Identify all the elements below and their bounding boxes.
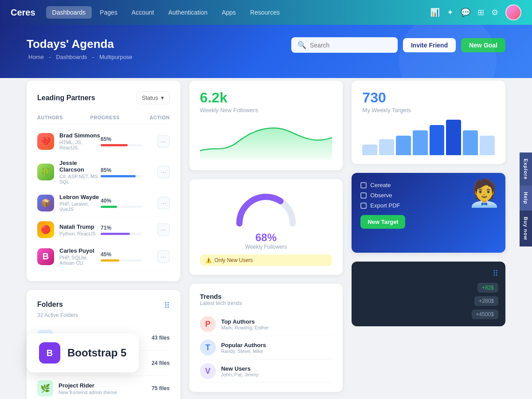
- gauge-percent: 68%: [255, 231, 277, 244]
- partner-avatar-2: 🍀: [37, 164, 54, 180]
- extra-badge-2: +280$: [474, 296, 498, 306]
- partner-avatar-3: 📦: [37, 195, 54, 211]
- search-bar[interactable]: 🔍: [291, 37, 398, 53]
- trends-card: Trends Latest tech trends P Top Authors …: [189, 284, 343, 392]
- partner-action-btn-3[interactable]: ···: [157, 197, 170, 209]
- bar-7: [463, 130, 478, 155]
- breadcrumb-dashboards: Dashboards: [56, 54, 87, 60]
- apps-grid-icon[interactable]: ⊞: [477, 8, 484, 17]
- breadcrumb: Home - Dashboards - Multipurpose: [27, 54, 505, 60]
- new-goal-button[interactable]: New Goal: [461, 38, 505, 52]
- partner-name-2: Jessie Clarcson: [59, 160, 101, 173]
- folders-title: Folders: [37, 301, 63, 309]
- nav-item-account[interactable]: Account: [125, 6, 160, 19]
- bar-5: [430, 125, 445, 155]
- page-title: Todays' Agenda: [27, 37, 505, 51]
- nav-item-dashboards[interactable]: Dashboards: [46, 6, 92, 19]
- trend-icon-2: T: [200, 340, 216, 356]
- partner-action-btn-2[interactable]: ···: [157, 166, 170, 178]
- side-tab-buy-now[interactable]: Buy now: [520, 211, 532, 246]
- nav-item-pages[interactable]: Pages: [94, 6, 124, 19]
- trend-row-1: P Top Authors Mark, Rowling, Esther: [200, 313, 332, 336]
- extra-badge-3: +4500$: [472, 309, 498, 319]
- th-progress: PROGRESS: [90, 115, 143, 120]
- gauge-wrapper: 68% Weekly Followers ⚠️ Only New Users: [200, 188, 332, 266]
- extra-badge-1: +82$: [477, 283, 498, 293]
- leading-partners-title: Leading Partners: [37, 94, 95, 102]
- partner-name-5: Carles Puyol: [59, 247, 101, 254]
- gauge-label: Weekly Followers: [245, 244, 287, 250]
- target-number: 730: [362, 90, 495, 106]
- card-header: Leading Partners Status ▾: [37, 91, 170, 104]
- side-tab-help[interactable]: Help: [520, 186, 532, 211]
- nav-item-apps[interactable]: Apps: [215, 6, 242, 19]
- folders-header: Folders ⠿: [37, 301, 170, 310]
- nav-item-resources[interactable]: Resources: [244, 6, 286, 19]
- extra-item-3: +4500$: [359, 309, 498, 319]
- nav-icons: 📊 ✦ 💬 ⊞ ⚙: [430, 4, 521, 20]
- partner-action-btn-4[interactable]: ···: [157, 223, 170, 236]
- partner-skills-1: HTML, JS, ReactJS: [59, 140, 101, 150]
- partner-row: 📦 Lebron Wayde PHP, Laravel, VueJS 40% ·…: [37, 189, 170, 217]
- cta-label-3: Export PDF: [370, 202, 400, 209]
- sparkle-icon[interactable]: ✦: [447, 8, 454, 17]
- partner-avatar-4: 🔴: [37, 221, 54, 238]
- cta-label-1: Cereate: [370, 182, 391, 188]
- cta-illustration: 🧑‍💼: [468, 177, 501, 209]
- weekly-followers-card: 6.2k Weekly New Followers: [189, 81, 343, 170]
- side-tabs: Explore Help Buy now: [520, 153, 532, 246]
- trend-authors-3: John, Pat, Jimmy: [221, 372, 332, 377]
- bootstrap-overlay: B Bootstrap 5: [27, 333, 139, 372]
- leading-partners-card: Leading Partners Status ▾ AUTHORS PROGRE…: [27, 81, 180, 281]
- partner-progress-4: 71%: [101, 225, 149, 235]
- partner-avatar-1: ❤️: [37, 133, 54, 150]
- folders-dots-icon[interactable]: ⠿: [164, 301, 170, 310]
- weekly-followers-label: Weekly New Followers: [200, 107, 332, 113]
- nav-item-authentication[interactable]: Authentication: [162, 6, 214, 19]
- partner-skills-5: PHP, SQLite, Artisan CLI: [59, 255, 101, 266]
- partner-action-btn-1[interactable]: ···: [157, 135, 170, 148]
- cta-checkbox-2[interactable]: [360, 192, 367, 199]
- search-input[interactable]: [310, 42, 391, 49]
- weekly-targets-card: 730 My Weekly Targets: [352, 81, 505, 164]
- partner-info-2: Jessie Clarcson C#, ASP.NET, MS SQL: [59, 160, 101, 184]
- settings-icon[interactable]: ⚙: [491, 8, 498, 17]
- chat-icon[interactable]: 💬: [461, 8, 470, 17]
- partner-action-btn-5[interactable]: ···: [157, 250, 170, 263]
- th-action: ACTION: [143, 115, 170, 120]
- extras-menu-icon[interactable]: ⠿: [493, 269, 498, 278]
- bar-6: [446, 120, 461, 155]
- side-tab-explore[interactable]: Explore: [520, 153, 532, 186]
- hero-actions: 🔍 Invite Friend New Goal: [291, 37, 505, 53]
- partner-info-3: Lebron Wayde PHP, Laravel, VueJS: [59, 194, 101, 212]
- status-dropdown[interactable]: Status ▾: [136, 91, 170, 104]
- cta-checkbox-3[interactable]: [360, 203, 367, 209]
- partner-progress-2: 85%: [101, 167, 149, 177]
- extra-item-2: +280$: [359, 296, 498, 306]
- trend-row-3: V New Users John, Pat, Jimmy: [200, 360, 332, 383]
- cta-checkbox-1[interactable]: [360, 182, 367, 188]
- gauge-note-text: Only New Users: [215, 257, 253, 263]
- bar-chart-icon[interactable]: 📊: [430, 8, 440, 17]
- folder-files-1: 43 files: [152, 335, 170, 341]
- invite-friend-button[interactable]: Invite Friend: [403, 38, 456, 52]
- partner-info-1: Brad Simmons HTML, JS, ReactJS: [59, 132, 101, 150]
- folder-info-3: 🌿 Project Rider New frontend admin theme: [37, 380, 117, 396]
- area-chart: [200, 120, 332, 160]
- trend-name-2: Popular Authors: [221, 342, 332, 348]
- new-target-button[interactable]: New Target: [360, 215, 405, 229]
- cta-label-2: Observe: [370, 192, 392, 199]
- trend-row-2: T Popular Authors Randy, Steve, Mike: [200, 336, 332, 360]
- trend-info-3: New Users John, Pat, Jimmy: [221, 365, 332, 377]
- folder-files-2: 24 files: [152, 360, 170, 366]
- bootstrap-icon: B: [39, 342, 60, 364]
- brand-logo: Ceres: [11, 8, 35, 18]
- partner-row: ❤️ Brad Simmons HTML, JS, ReactJS 65% ··…: [37, 128, 170, 155]
- folder-files-3: 75 files: [152, 385, 170, 391]
- trend-info-1: Top Authors Mark, Rowling, Esther: [221, 318, 332, 330]
- partner-name-4: Natali Trump: [59, 223, 101, 230]
- trends-subtitle: Latest tech trends: [200, 300, 332, 306]
- partner-name-3: Lebron Wayde: [59, 194, 101, 200]
- user-avatar[interactable]: [505, 4, 521, 20]
- target-label: My Weekly Targets: [362, 107, 495, 113]
